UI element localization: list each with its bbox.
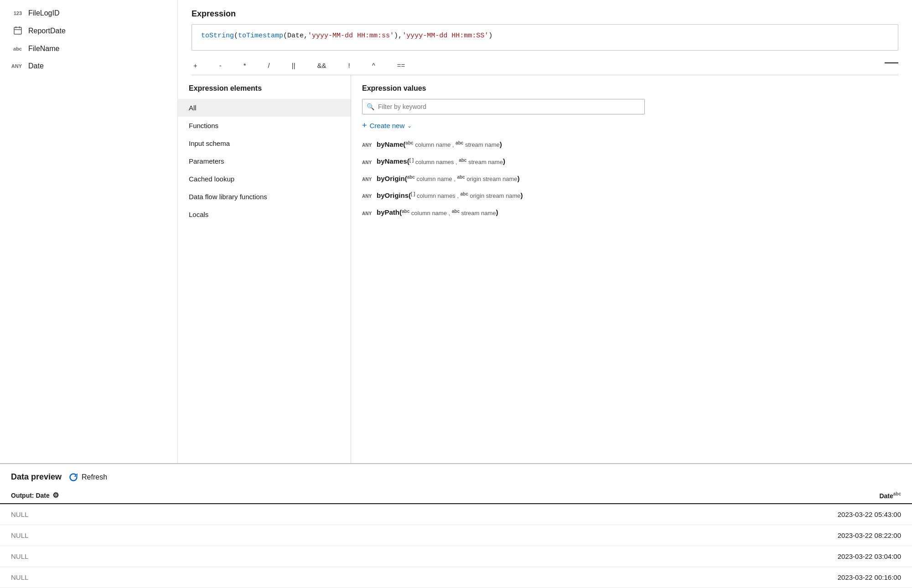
operator-plus[interactable]: +	[192, 61, 199, 70]
func-params-byorigin: abc column name , abc origin stream name	[407, 175, 518, 182]
func-params-bynames: [ ] column names , abc stream name	[409, 159, 503, 165]
operator-multiply[interactable]: *	[242, 61, 248, 70]
elem-item-cached-lookup[interactable]: Cached lookup	[178, 170, 351, 188]
expression-panels: Expression elements All Functions Input …	[178, 75, 912, 463]
operator-or[interactable]: ||	[290, 61, 297, 70]
elem-item-parameters[interactable]: Parameters	[178, 152, 351, 170]
expr-totimestamp: toTimestamp	[238, 32, 283, 40]
func-bypath[interactable]: ANY byPath(abc column name , abc stream …	[362, 204, 901, 221]
right-panel: Expression toString(toTimestamp(Date,'yy…	[178, 0, 912, 463]
func-name-byorigin: byOrigin(	[377, 175, 407, 182]
elem-item-locals[interactable]: Locals	[178, 206, 351, 223]
elem-item-input-schema[interactable]: Input schema	[178, 134, 351, 152]
expression-values-panel: Expression values 🔍 + Create new ⌄ ANY b…	[351, 75, 912, 463]
func-close-byorigin: )	[518, 175, 520, 182]
col-date-label: Date	[879, 492, 893, 499]
func-close-bynames: )	[503, 158, 505, 165]
func-name-byorigins: byOrigins(	[377, 191, 411, 199]
string-type-icon: abc	[9, 46, 22, 52]
func-close-byname: )	[500, 140, 502, 148]
data-table: Output: Date ⚙ Dateabc NULL 2023-03-22 0…	[0, 487, 912, 588]
sidebar-item-reportdate[interactable]: ReportDate	[0, 22, 177, 40]
field-name-reportdate: ReportDate	[28, 27, 66, 35]
expression-label: Expression	[192, 9, 898, 19]
data-table-body: NULL 2023-03-22 05:43:00 NULL 2023-03-22…	[0, 504, 912, 588]
underscore-bar	[885, 62, 898, 63]
field-name-filelogid: FileLogID	[28, 9, 59, 17]
search-icon: 🔍	[367, 103, 374, 110]
func-byorigins[interactable]: ANY byOrigins([ ] column names , abc ori…	[362, 187, 901, 204]
expr-paren4: )	[488, 32, 492, 40]
any-badge-byname: ANY	[362, 143, 373, 148]
date-cell-2: 2023-03-22 03:04:00	[409, 546, 912, 567]
chevron-down-icon: ⌄	[407, 123, 412, 129]
main-container: 123 FileLogID ReportDate abc FileN	[0, 0, 912, 588]
expr-format1: 'yyyy-MM-dd HH:mm:ss'	[308, 32, 394, 40]
elem-item-functions[interactable]: Functions	[178, 117, 351, 134]
date-type-icon	[9, 26, 22, 36]
col-header-output: Output: Date ⚙	[0, 487, 409, 504]
refresh-label: Refresh	[82, 473, 107, 481]
func-close-byorigins: )	[521, 191, 523, 199]
expression-elements-title: Expression elements	[178, 80, 351, 99]
col-header-date: Dateabc	[409, 487, 912, 504]
operator-not[interactable]: !	[347, 61, 352, 70]
elem-item-library-functions[interactable]: Data flow library functions	[178, 188, 351, 206]
create-new-label: Create new	[370, 122, 405, 129]
sidebar: 123 FileLogID ReportDate abc FileN	[0, 0, 178, 463]
table-row: NULL 2023-03-22 00:16:00	[0, 567, 912, 588]
refresh-button[interactable]: Refresh	[69, 473, 107, 482]
expr-paren1: (	[234, 32, 238, 40]
operators-bar: + - * / || && ! ^ ==	[192, 57, 898, 75]
operator-eq[interactable]: ==	[395, 61, 407, 70]
expr-format2: 'yyyy-MM-dd HH:mm:SS'	[402, 32, 488, 40]
filter-input[interactable]	[362, 99, 645, 114]
null-cell-2: NULL	[0, 546, 409, 567]
null-cell-3: NULL	[0, 567, 409, 588]
func-name-byname: byName(	[377, 140, 405, 148]
any-badge-bynames: ANY	[362, 160, 373, 165]
filter-input-wrap: 🔍	[362, 99, 901, 114]
plus-icon: +	[362, 121, 367, 130]
operator-and[interactable]: &&	[316, 61, 328, 70]
table-row: NULL 2023-03-22 05:43:00	[0, 504, 912, 525]
output-settings-icon[interactable]: ⚙	[52, 491, 59, 500]
func-bynames[interactable]: ANY byNames([ ] column names , abc strea…	[362, 153, 901, 170]
func-byname[interactable]: ANY byName(abc column name , abc stream …	[362, 136, 901, 153]
expression-elements-panel: Expression elements All Functions Input …	[178, 75, 351, 463]
elem-item-all[interactable]: All	[178, 99, 351, 117]
func-params-byorigins: [ ] column names , abc origin stream nam…	[411, 192, 521, 199]
expr-paren3: ),	[394, 32, 402, 40]
col-type-badge: abc	[893, 491, 901, 496]
top-section: 123 FileLogID ReportDate abc FileN	[0, 0, 912, 463]
table-row: NULL 2023-03-22 03:04:00	[0, 546, 912, 567]
any-badge-byorigins: ANY	[362, 194, 373, 199]
operator-divide[interactable]: /	[266, 61, 272, 70]
any-badge-bypath: ANY	[362, 211, 373, 216]
func-byorigin[interactable]: ANY byOrigin(abc column name , abc origi…	[362, 170, 901, 187]
create-new-button[interactable]: + Create new ⌄	[362, 121, 901, 130]
date-cell-0: 2023-03-22 05:43:00	[409, 504, 912, 525]
sidebar-item-filename[interactable]: abc FileName	[0, 40, 177, 57]
date-cell-1: 2023-03-22 08:22:00	[409, 525, 912, 546]
operator-xor[interactable]: ^	[370, 61, 377, 70]
refresh-icon	[69, 473, 78, 482]
date-cell-3: 2023-03-22 00:16:00	[409, 567, 912, 588]
svg-rect-0	[14, 27, 21, 34]
sidebar-item-filelogid[interactable]: 123 FileLogID	[0, 5, 177, 22]
data-preview-header: Data preview Refresh	[0, 464, 912, 487]
func-name-bypath: byPath(	[377, 209, 402, 217]
null-cell-0: NULL	[0, 504, 409, 525]
func-close-bypath: )	[496, 209, 498, 217]
data-preview-section: Data preview Refresh Output: Date ⚙	[0, 463, 912, 588]
expression-values-title: Expression values	[362, 80, 901, 99]
func-params-byname: abc column name , abc stream name	[405, 141, 499, 148]
expression-editor[interactable]: toString(toTimestamp(Date,'yyyy-MM-dd HH…	[192, 24, 898, 51]
operator-minus[interactable]: -	[218, 61, 223, 70]
expr-paren2: (Date,	[283, 32, 308, 40]
field-name-date: Date	[28, 62, 44, 70]
sidebar-item-date[interactable]: ANY Date	[0, 57, 177, 75]
func-name-bynames: byNames(	[377, 158, 409, 165]
expr-tostring: toString	[201, 32, 234, 40]
expression-section: Expression toString(toTimestamp(Date,'yy…	[178, 0, 912, 75]
